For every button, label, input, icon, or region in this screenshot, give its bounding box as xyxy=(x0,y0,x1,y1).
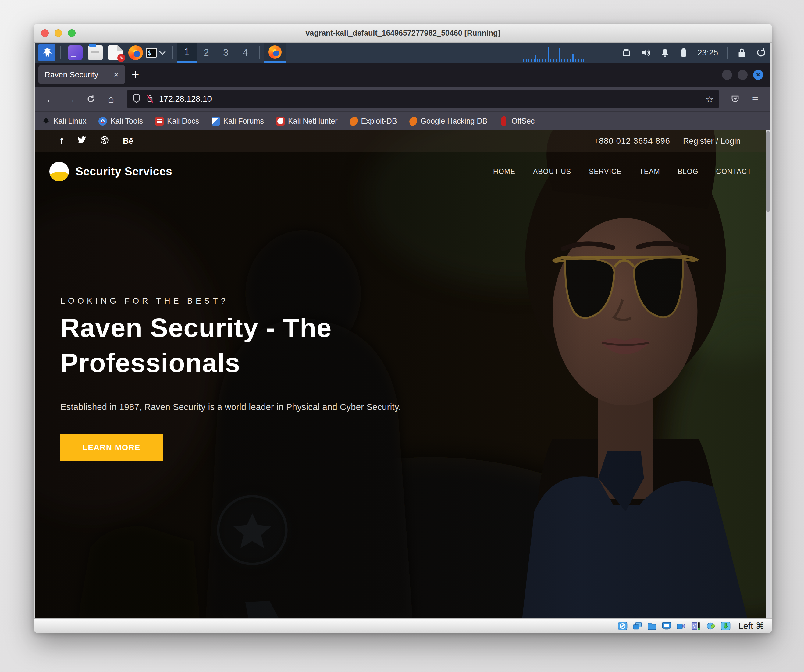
bookmark-kali-tools[interactable]: Kali Tools xyxy=(98,117,143,126)
kali-forums-favicon xyxy=(211,117,220,126)
forward-button[interactable]: → xyxy=(62,90,79,108)
vbox-guest-additions-icon[interactable] xyxy=(721,621,730,631)
browser-close-button[interactable]: × xyxy=(753,70,763,80)
facebook-icon[interactable]: f xyxy=(60,137,63,146)
offsec-favicon xyxy=(502,117,506,126)
host-key-label: Left ⌘ xyxy=(739,621,765,631)
nav-about-us[interactable]: ABOUT US xyxy=(533,168,571,176)
panel-separator xyxy=(259,46,260,59)
back-button[interactable]: ← xyxy=(42,90,59,108)
vbox-harddisk-icon[interactable] xyxy=(618,621,628,631)
bookmark-offsec[interactable]: OffSec xyxy=(500,117,534,126)
volume-icon[interactable] xyxy=(641,47,651,58)
vbox-mouse-integration-icon[interactable] xyxy=(706,621,716,631)
nav-home[interactable]: HOME xyxy=(493,168,515,176)
workspace-3[interactable]: 3 xyxy=(216,42,235,63)
minimize-window-button[interactable] xyxy=(54,29,62,37)
vbox-status-bar: V Left ⌘ xyxy=(34,618,772,633)
system-tray: 23:25 xyxy=(621,42,766,63)
cpu-graph xyxy=(523,45,584,62)
battery-icon[interactable] xyxy=(679,47,688,58)
taskbar-firefox-item[interactable] xyxy=(264,42,286,63)
bookmark-google-hacking-db[interactable]: Google Hacking DB xyxy=(409,117,488,126)
workspace-4[interactable]: 4 xyxy=(235,42,255,63)
tab-raven-security[interactable]: Raven Security × xyxy=(38,65,125,84)
vbox-display-icon[interactable] xyxy=(662,621,672,631)
workspace-2[interactable]: 2 xyxy=(196,42,216,63)
vbox-network-icon[interactable] xyxy=(632,621,642,631)
bookmark-kali-nethunter[interactable]: Kali NetHunter xyxy=(276,117,338,126)
logout-power-icon[interactable] xyxy=(756,47,766,58)
google-hacking-db-favicon xyxy=(409,116,418,126)
learn-more-button[interactable]: LEARN MORE xyxy=(60,434,163,461)
terminal-icon[interactable]: $_ xyxy=(146,48,157,57)
insecure-lock-icon[interactable] xyxy=(146,93,154,104)
new-tab-button[interactable]: + xyxy=(132,67,139,82)
nav-service[interactable]: SERVICE xyxy=(589,168,622,176)
vm-window-title: vagrant-kali_default_1649657277982_50460… xyxy=(34,29,772,38)
lock-screen-icon[interactable] xyxy=(737,47,747,58)
behance-icon[interactable]: Bē xyxy=(123,137,134,146)
panel-separator xyxy=(60,46,61,59)
browser-maximize-button[interactable] xyxy=(737,70,748,80)
bookmark-kali-linux[interactable]: Kali Linux xyxy=(41,117,86,126)
chevron-down-icon[interactable] xyxy=(159,48,166,57)
pocket-icon[interactable] xyxy=(727,90,744,108)
workspace-1[interactable]: 1 xyxy=(177,42,196,63)
tab-title: Raven Security xyxy=(44,70,110,80)
close-window-button[interactable] xyxy=(41,29,49,37)
home-button[interactable]: ⌂ xyxy=(102,90,119,108)
nav-contact[interactable]: CONTACT xyxy=(716,168,752,176)
reload-button[interactable] xyxy=(82,90,100,108)
firefox-toolbar: ← → ⌂ 172.28.128.10 ☆ ≡ xyxy=(35,86,770,111)
hero-subtitle: Established in 1987, Raven Security is a… xyxy=(60,402,401,412)
site-topbar: f Bē +880 012 3654 896 Register / Login xyxy=(35,130,766,152)
kali-linux-favicon xyxy=(41,117,50,126)
kali-nethunter-favicon xyxy=(276,117,285,126)
bookmark-kali-docs[interactable]: Kali Docs xyxy=(155,117,199,126)
bookmark-star-icon[interactable]: ☆ xyxy=(706,94,714,104)
tab-close-icon[interactable]: × xyxy=(113,69,119,80)
nav-team[interactable]: TEAM xyxy=(639,168,660,176)
app-launcher-icon[interactable] xyxy=(68,46,83,60)
kali-dragon-icon xyxy=(41,47,53,59)
zoom-window-button[interactable] xyxy=(68,29,75,37)
url-bar[interactable]: 172.28.128.10 ☆ xyxy=(127,90,719,108)
network-icon[interactable] xyxy=(621,47,631,58)
vbox-recording-icon[interactable] xyxy=(676,621,686,631)
site-logo[interactable] xyxy=(49,162,69,181)
hero-kicker: LOOKING FOR THE BEST? xyxy=(60,297,229,306)
register-login-link[interactable]: Register / Login xyxy=(683,137,740,146)
page-scrollbar[interactable] xyxy=(766,130,770,618)
bookmark-exploit-db[interactable]: Exploit-DB xyxy=(350,117,397,126)
brand-name[interactable]: Security Services xyxy=(75,165,172,178)
nav-blog[interactable]: BLOG xyxy=(678,168,699,176)
page-viewport: f Bē +880 012 3654 896 Register / Login xyxy=(35,130,770,618)
vm-window: vagrant-kali_default_1649657277982_50460… xyxy=(34,24,772,633)
scrollbar-thumb[interactable] xyxy=(766,131,770,212)
twitter-icon[interactable] xyxy=(77,136,86,146)
firefox-icon xyxy=(268,46,282,59)
main-nav: HOME ABOUT US SERVICE TEAM BLOG CONTACT xyxy=(493,168,752,176)
hero-title-line2: Professionals xyxy=(60,347,240,378)
panel-separator xyxy=(172,46,173,59)
bookmarks-toolbar: Kali Linux Kali Tools Kali Docs Kali For… xyxy=(35,111,770,130)
vm-titlebar: vagrant-kali_default_1649657277982_50460… xyxy=(34,24,772,42)
kali-docs-favicon xyxy=(155,117,163,126)
kali-panel: $_ 1 2 3 4 xyxy=(35,42,770,63)
browser-minimize-button[interactable] xyxy=(722,70,732,80)
browser-window-buttons: × xyxy=(722,70,763,80)
firefox-launcher-icon[interactable] xyxy=(128,46,143,60)
menu-hamburger-icon[interactable]: ≡ xyxy=(747,90,764,108)
bookmark-kali-forums[interactable]: Kali Forums xyxy=(211,117,264,126)
dribbble-icon[interactable] xyxy=(100,136,109,147)
shield-icon[interactable] xyxy=(132,93,141,104)
file-manager-icon[interactable] xyxy=(88,46,103,60)
vbox-shared-folder-icon[interactable] xyxy=(647,621,657,631)
site-header: Security Services HOME ABOUT US SERVICE … xyxy=(35,152,766,191)
hero-title-line1: Raven Security - The xyxy=(60,312,332,343)
notifications-bell-icon[interactable] xyxy=(660,48,670,57)
kali-menu-button[interactable] xyxy=(38,44,56,61)
vbox-usb-icon[interactable]: V xyxy=(691,621,701,631)
text-editor-icon[interactable] xyxy=(108,46,123,60)
